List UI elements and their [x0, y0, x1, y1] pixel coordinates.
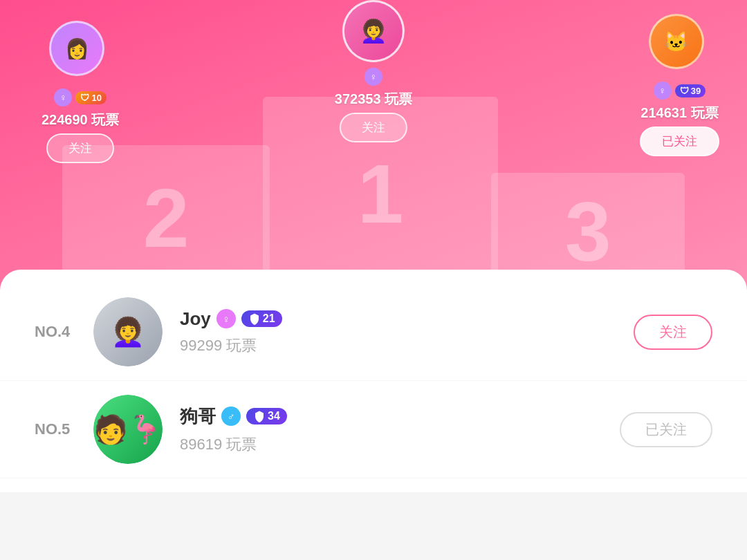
rank4-tickets: 99299 玩票 [180, 335, 616, 356]
rank5-info: 狗哥 ♂ 34 89619 玩票 [180, 404, 602, 455]
podium-1-number: 1 [358, 146, 404, 241]
rank4-name-row: Joy ♀ 21 [180, 308, 616, 330]
rank2-avatar: 👩 [49, 21, 111, 83]
podium-3-number: 3 [565, 184, 611, 279]
rank1-avatar: 👩‍🦱 [342, 0, 405, 62]
rank5-number: NO.5 [35, 420, 76, 438]
rank4-info: Joy ♀ 21 99299 玩票 [180, 308, 616, 356]
podium: 2 1 3 [0, 97, 747, 290]
rank5-gender-icon: ♂ [221, 407, 241, 426]
rank3-level-badge: 🛡 39 [675, 84, 706, 97]
rank4-level-badge: 21 [241, 310, 282, 327]
rank5-follow-button[interactable]: 已关注 [620, 412, 712, 447]
shield-icon [248, 312, 261, 325]
shield-icon-2 [253, 410, 266, 422]
leaderboard-top: 👩 ♀ 🛡 10 224690 玩票 关注 👩‍🦱 ♀ 372353 玩票 关注 [0, 0, 747, 290]
rank1-badges: ♀ [365, 68, 382, 86]
rank4-gender-icon: ♀ [216, 309, 236, 328]
rank5-level-badge: 34 [246, 408, 287, 424]
rank4-name: Joy [180, 308, 211, 330]
rank4-number: NO.4 [35, 323, 76, 341]
rank-item-5: NO.5 🧑‍🦩 狗哥 ♂ 34 89619 玩票 已关注 [0, 381, 747, 478]
rank5-name-row: 狗哥 ♂ 34 [180, 404, 602, 429]
rank4-avatar: 👩‍🦱 [93, 297, 163, 366]
podium-2-number: 2 [143, 170, 190, 265]
rank5-name: 狗哥 [180, 404, 216, 429]
rank5-avatar: 🧑‍🦩 [93, 395, 163, 464]
podium-1: 1 [263, 97, 498, 290]
rank5-tickets: 89619 玩票 [180, 434, 602, 455]
rank1-gender-icon: ♀ [365, 68, 382, 86]
rank4-follow-button[interactable]: 关注 [634, 315, 712, 350]
podium-2: 2 [62, 145, 270, 290]
rank-item-4: NO.4 👩‍🦱 Joy ♀ 21 99299 玩票 关注 [0, 283, 747, 381]
rank3-avatar: 🐱 [649, 14, 711, 76]
rank-list: NO.4 👩‍🦱 Joy ♀ 21 99299 玩票 关注 NO.5 [0, 270, 747, 492]
